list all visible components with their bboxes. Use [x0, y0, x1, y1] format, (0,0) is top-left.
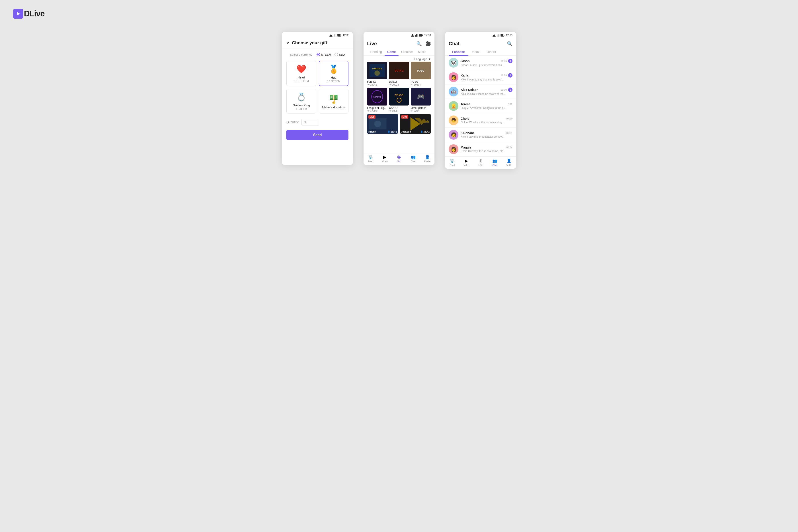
pubg-name: PUBG — [411, 80, 431, 83]
game-item-fortnite[interactable]: FORTNITE Fortnite 👁 23942 — [367, 62, 387, 86]
profile-label-2: Profile — [424, 160, 431, 163]
svg-marker-1 — [329, 34, 332, 37]
stream-kristin[interactable]: Live Kristin 👤 23942 — [367, 114, 398, 134]
chat-item-teresa[interactable]: 👱 Teresa 9:12 LadyM: Awesome! Congrats t… — [445, 99, 516, 113]
language-button[interactable]: Language ▼ — [414, 57, 431, 61]
camera-icon[interactable]: 🎥 — [425, 41, 431, 46]
game-item-csgo[interactable]: CS:GO CS:GO 👁 9888 — [389, 88, 409, 112]
video-label-3: Video — [463, 164, 469, 167]
game-item-pubg[interactable]: PUBG PUBG 👁 19834 — [411, 62, 431, 86]
live-icon-3 — [478, 159, 483, 163]
chat-tab-inbox[interactable]: Inbox — [468, 48, 483, 55]
search-icon[interactable]: 🔍 — [416, 41, 422, 46]
send-button[interactable]: Send — [286, 130, 348, 140]
svg-rect-2 — [334, 35, 334, 37]
chat-item-maggie[interactable]: 👩 Maggie 03:34 Rosie Downey: this is awe… — [445, 142, 516, 156]
nav-chat-2[interactable]: 👥 Chat — [407, 155, 419, 163]
chevron-down-icon: ▼ — [428, 57, 431, 61]
nav-video-2[interactable]: ▶ Video — [379, 155, 391, 163]
pubg-thumb: PUBG — [411, 62, 431, 79]
live-title: Live — [367, 41, 377, 46]
svg-rect-37 — [497, 35, 497, 37]
chat-item-kikobabe[interactable]: 🧑 Kikobabe 07:01 Kiko: I saw this broadc… — [445, 128, 516, 142]
svg-point-18 — [374, 71, 380, 76]
stream-viewers-kristin: 👤 23942 — [387, 131, 397, 133]
language-label: Language — [414, 57, 427, 61]
chat-right-karla: 11:23 8 — [500, 73, 513, 78]
svg-rect-10 — [416, 34, 417, 37]
gift-screen: 12:30 ∨ Choose your gift Select a curren… — [282, 32, 353, 165]
svg-rect-7 — [341, 35, 341, 36]
stream-jackson[interactable]: Live Jackson 👤 23942 — [400, 114, 431, 134]
svg-rect-4 — [336, 34, 336, 37]
game-item-others[interactable]: 🎮 Other games 👁 7234 — [411, 88, 431, 112]
chat-tab-others[interactable]: Others — [483, 48, 499, 55]
chat-name-row-jason: Jason 11:56 3 — [461, 59, 513, 63]
chat-title: Chat — [449, 41, 459, 46]
svg-rect-38 — [498, 34, 498, 37]
chat-preview-alex: Kala kalallla: Please be aware of the... — [461, 92, 513, 96]
chat-name-row-chole: Chole 07:20 — [461, 117, 513, 120]
game-item-lol[interactable]: LEAGUE League of Leg... 👁 17993 — [367, 88, 387, 112]
svg-text:PUBG: PUBG — [417, 69, 424, 72]
chat-item-alex[interactable]: 🤖 Alex Nelson 11:00 1 Kala kalallla: Ple… — [445, 84, 516, 99]
others-views: 👁 7234 — [411, 110, 431, 112]
chat-name-kikobabe: Kikobabe — [461, 131, 475, 135]
pubg-views: 👁 19834 — [411, 83, 431, 86]
gift-item-hug[interactable]: 🏅 Hug 0.1 STEEM — [319, 61, 348, 86]
screens-row: 12:30 ∨ Choose your gift Select a curren… — [13, 32, 785, 169]
steem-radio[interactable]: STEEM — [317, 53, 331, 56]
live-label-2: Live — [397, 160, 401, 163]
chat-tabs-row: Fanbase Inbox Others — [445, 48, 516, 56]
nav-feed-3[interactable]: 📡 Feed — [446, 158, 458, 167]
chat-name-teresa: Teresa — [461, 102, 470, 106]
chat-preview-jason: Oscar Farrier: I just discovered this... — [461, 64, 513, 67]
chat-item-chole[interactable]: 👦 Chole 07:20 GoldenW: why is this so in… — [445, 113, 516, 128]
nav-feed-2[interactable]: 📡 Feed — [365, 155, 376, 163]
avatar-karla: 👩 — [449, 72, 458, 82]
chat-search-icon[interactable]: 🔍 — [507, 41, 513, 46]
chat-badge-jason: 3 — [508, 59, 513, 63]
nav-live-2[interactable]: Live — [394, 155, 404, 163]
chat-item-jason[interactable]: 🐼 Jason 11:56 3 Oscar Farrier: I just di… — [445, 56, 516, 70]
live-screen: 12:30 Live 🔍 🎥 Trending Game Creative Mu… — [363, 32, 435, 165]
nav-profile-2[interactable]: 👤 Profile — [422, 155, 433, 163]
nav-chat-3[interactable]: 👥 Chat — [489, 158, 500, 167]
status-icons-2 — [411, 34, 423, 37]
chat-tab-fanbase[interactable]: Fanbase — [449, 48, 468, 55]
svg-point-34 — [398, 156, 400, 158]
feed-label-3: Feed — [450, 164, 455, 167]
video-label-2: Video — [382, 160, 387, 163]
chat-label-2: Chat — [411, 160, 415, 163]
svg-rect-3 — [335, 34, 335, 37]
svg-text:DOTA 2: DOTA 2 — [395, 69, 403, 72]
status-bar-2: 12:30 — [363, 32, 435, 39]
svg-rect-41 — [501, 34, 504, 36]
nav-live-3[interactable]: Live — [475, 159, 486, 166]
back-chevron[interactable]: ∨ — [286, 41, 289, 45]
nav-profile-3[interactable]: 👤 Profile — [504, 158, 514, 167]
chat-badge-alex: 1 — [508, 88, 513, 92]
quantity-input[interactable] — [302, 119, 319, 126]
chat-header: Chat 🔍 — [445, 39, 516, 46]
gift-item-donation[interactable]: 💵 💰 Make a donation — [319, 89, 348, 114]
sbd-radio[interactable]: SBD — [335, 53, 345, 56]
chat-item-karla[interactable]: 👩 Karla 11:23 8 Kiko: I want to say that… — [445, 70, 516, 84]
video-icon-3: ▶ — [465, 158, 468, 164]
csgo-name: CS:GO — [389, 107, 409, 110]
svg-marker-36 — [493, 34, 496, 37]
eye-icon: 👁 — [367, 83, 369, 86]
gift-item-heart[interactable]: ❤️ Heart 0.01 STEEM — [286, 61, 316, 86]
game-item-dota2[interactable]: DOTA 2 Dota 2 👁 20923 — [389, 62, 409, 86]
tab-trending[interactable]: Trending — [367, 48, 385, 55]
currency-row: Select a currency STEEM SBD — [282, 49, 353, 59]
gift-item-ring[interactable]: 💍 Golden Ring 1 STEEM — [286, 89, 316, 114]
tab-game[interactable]: Game — [385, 48, 399, 55]
steem-label: STEEM — [321, 53, 331, 56]
stream-info-jackson: Jackson 👤 23942 — [401, 130, 430, 133]
dota2-name: Dota 2 — [389, 80, 409, 83]
nav-video-3[interactable]: ▶ Video — [461, 158, 472, 167]
tab-creative[interactable]: Creative — [399, 48, 415, 55]
tab-music[interactable]: Music — [415, 48, 429, 55]
chat-content-jason: Jason 11:56 3 Oscar Farrier: I just disc… — [461, 59, 513, 67]
